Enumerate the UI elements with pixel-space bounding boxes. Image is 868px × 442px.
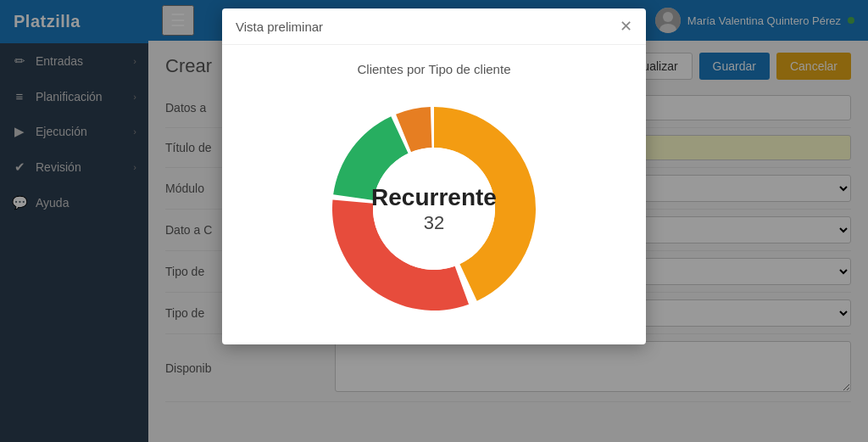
donut-main-label: Recurrente bbox=[371, 183, 497, 212]
app-container: Platzilla ✏ Entradas › ≡ Planificación ›… bbox=[0, 0, 868, 442]
modal-header: Vista preliminar ✕ bbox=[222, 8, 646, 45]
modal-title: Vista preliminar bbox=[236, 20, 323, 34]
donut-chart: Recurrente 32 bbox=[315, 90, 553, 327]
chart-title: Clientes por Tipo de cliente bbox=[358, 62, 511, 76]
modal-body: Clientes por Tipo de cliente Recurrente … bbox=[222, 45, 646, 344]
donut-center: Recurrente 32 bbox=[371, 183, 497, 234]
modal-overlay: Vista preliminar ✕ Clientes por Tipo de … bbox=[0, 0, 868, 442]
modal: Vista preliminar ✕ Clientes por Tipo de … bbox=[222, 8, 646, 344]
modal-close-button[interactable]: ✕ bbox=[620, 17, 632, 36]
donut-value-label: 32 bbox=[371, 212, 497, 234]
